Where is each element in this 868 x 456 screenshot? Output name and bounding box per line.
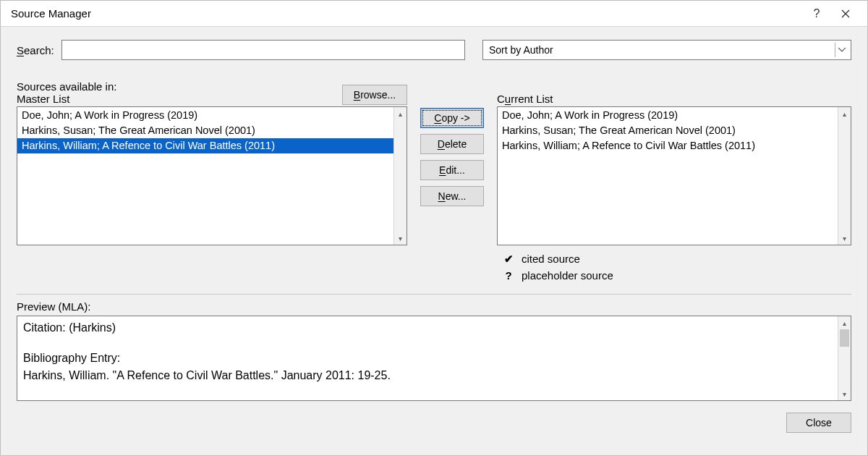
help-button[interactable]: ?: [802, 4, 831, 24]
legend-cited-text: cited source: [522, 251, 580, 268]
close-button[interactable]: Close: [786, 413, 851, 433]
delete-button[interactable]: Delete: [420, 134, 484, 154]
list-item[interactable]: Harkins, William; A Refence to Civil War…: [17, 138, 393, 153]
scroll-up-icon[interactable]: ▴: [838, 316, 851, 329]
preview-label: Preview (MLA):: [17, 300, 851, 313]
master-scrollbar[interactable]: ▴ ▾: [393, 107, 407, 245]
preview-bib-text: Harkins, William. "A Refence to Civil Wa…: [23, 367, 832, 384]
sort-value: Sort by Author: [489, 44, 553, 56]
scroll-down-icon[interactable]: ▾: [838, 387, 851, 400]
search-input[interactable]: [61, 40, 465, 60]
search-label: Search:: [17, 44, 54, 56]
scroll-up-icon[interactable]: ▴: [838, 107, 851, 120]
list-item[interactable]: Harkins, William; A Refence to Civil War…: [498, 138, 838, 153]
question-icon: ?: [503, 268, 514, 284]
preview-scrollbar[interactable]: ▴ ▾: [838, 316, 851, 400]
scroll-up-icon[interactable]: ▴: [394, 107, 407, 120]
current-listbox[interactable]: Doe, John; A Work in Progress (2019)Hark…: [497, 106, 851, 245]
preview-box: Citation: (Harkins) Bibliography Entry: …: [17, 316, 851, 401]
master-listbox[interactable]: Doe, John; A Work in Progress (2019)Hark…: [17, 106, 407, 245]
preview-bib-label: Bibliography Entry:: [23, 350, 832, 367]
list-item[interactable]: Harkins, Susan; The Great American Novel…: [17, 123, 393, 138]
titlebar: Source Manager ?: [1, 1, 867, 27]
check-icon: ✔: [503, 251, 514, 268]
new-button[interactable]: New...: [420, 186, 484, 206]
divider: [17, 294, 851, 295]
browse-button[interactable]: Browse...: [342, 85, 407, 105]
copy-button[interactable]: Copy ->: [420, 108, 484, 128]
preview-citation: Citation: (Harkins): [23, 319, 832, 337]
close-icon[interactable]: [831, 4, 860, 24]
sort-dropdown[interactable]: Sort by Author: [482, 40, 851, 60]
list-item[interactable]: Harkins, Susan; The Great American Novel…: [498, 123, 838, 138]
chevron-down-icon: [835, 43, 848, 57]
list-item[interactable]: Doe, John; A Work in Progress (2019): [498, 108, 838, 123]
dialog-title: Source Manager: [11, 7, 802, 20]
source-manager-dialog: Source Manager ? Search: Sort by Author …: [0, 0, 868, 456]
edit-button[interactable]: Edit...: [420, 160, 484, 180]
search-row: Search: Sort by Author: [17, 40, 851, 60]
scroll-down-icon[interactable]: ▾: [394, 232, 407, 245]
legend: ✔ cited source ? placeholder source: [497, 251, 851, 284]
current-scrollbar[interactable]: ▴ ▾: [838, 107, 851, 245]
current-list-label: Current List: [497, 93, 553, 105]
list-item[interactable]: Doe, John; A Work in Progress (2019): [17, 108, 393, 123]
sources-available-label: Sources available in:: [17, 80, 116, 93]
legend-placeholder-text: placeholder source: [522, 268, 613, 284]
scroll-down-icon[interactable]: ▾: [838, 232, 851, 245]
master-list-label: Master List: [17, 93, 116, 105]
